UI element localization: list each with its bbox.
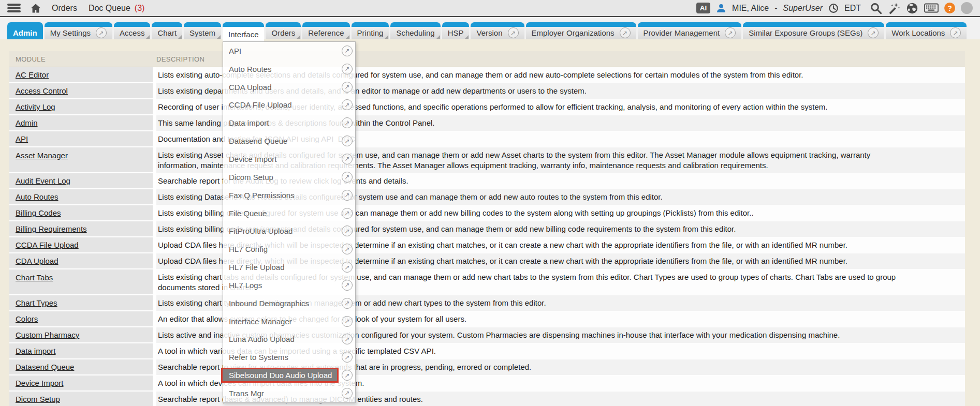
module-link[interactable]: Billing Codes	[16, 208, 61, 217]
module-link[interactable]: Admin	[16, 118, 38, 127]
open-new-window-icon[interactable]	[342, 136, 353, 146]
orders-link[interactable]: Orders	[52, 4, 77, 13]
open-new-window-icon[interactable]	[342, 46, 353, 56]
menu-item[interactable]: Trans Mgr	[223, 384, 355, 402]
menu-item[interactable]: Luna Audio Upload	[223, 330, 355, 349]
menu-item[interactable]: Data import	[223, 114, 355, 132]
menu-item[interactable]: CCDA File Upload	[223, 96, 355, 114]
module-link[interactable]: Auto Routes	[16, 192, 58, 201]
user-name[interactable]: MIE, Alice	[732, 4, 769, 13]
open-new-window-icon[interactable]	[342, 208, 353, 219]
module-link[interactable]: Dicom Setup	[16, 395, 60, 403]
ai-badge[interactable]: AI	[696, 3, 710, 13]
doc-queue-link[interactable]: Doc Queue	[89, 4, 130, 13]
nav-tab[interactable]: Employer Organizations	[526, 22, 636, 39]
menu-item[interactable]: Device Import	[223, 150, 355, 168]
nav-tab[interactable]: System	[184, 22, 221, 39]
menu-item[interactable]: Inbound Demographics	[223, 294, 355, 312]
open-new-window-icon[interactable]	[342, 154, 353, 164]
menu-item[interactable]: Refer to Systems	[223, 348, 355, 366]
module-link[interactable]: Asset Manager	[16, 147, 68, 161]
open-new-window-icon[interactable]	[342, 117, 353, 128]
open-new-window-icon[interactable]	[725, 27, 736, 38]
search-icon[interactable]	[870, 2, 882, 14]
tab-dropdown-fold-icon	[178, 35, 182, 39]
open-new-window-icon[interactable]	[342, 64, 353, 74]
module-link[interactable]: AC Editor	[16, 70, 49, 79]
module-link[interactable]: Audit Event Log	[16, 176, 70, 185]
open-new-window-icon[interactable]	[342, 225, 353, 236]
menu-item-label: Luna Audio Upload	[229, 335, 295, 343]
menu-item[interactable]: File Queue	[223, 204, 355, 222]
module-link[interactable]: Custom Pharmacy	[16, 330, 79, 339]
open-new-window-icon[interactable]	[868, 27, 879, 38]
module-link[interactable]: Activity Log	[16, 102, 55, 111]
open-new-window-icon[interactable]	[342, 82, 353, 93]
nav-tab[interactable]: Orders	[266, 22, 301, 39]
doc-queue-count-badge[interactable]: (3)	[135, 4, 145, 13]
keyboard-icon[interactable]	[924, 3, 939, 13]
open-new-window-icon[interactable]	[342, 262, 353, 273]
wand-icon[interactable]	[888, 2, 900, 14]
open-new-window-icon[interactable]	[96, 27, 107, 38]
menu-item[interactable]: HL7 Logs	[223, 276, 355, 294]
module-cell: Custom Pharmacy	[9, 327, 153, 343]
menu-item[interactable]: API	[223, 42, 355, 60]
module-link[interactable]: CCDA File Upload	[16, 240, 79, 249]
open-new-window-icon[interactable]	[620, 27, 631, 38]
module-link[interactable]: CDA Upload	[16, 257, 58, 265]
open-new-window-icon[interactable]	[342, 190, 353, 201]
nav-tab[interactable]: Access	[114, 22, 150, 39]
nav-tab[interactable]: Admin	[7, 22, 43, 39]
help-icon[interactable]: ?	[944, 3, 955, 13]
clock-icon[interactable]	[828, 3, 839, 13]
home-icon[interactable]	[30, 3, 42, 14]
nav-tab[interactable]: Interface	[223, 22, 264, 42]
module-link[interactable]: Datasend Queue	[16, 363, 74, 371]
open-new-window-icon[interactable]	[342, 298, 353, 309]
module-link[interactable]: Data import	[16, 347, 56, 355]
menu-item[interactable]: Sibelsound Duo Audio Upload	[223, 366, 355, 384]
nav-tab[interactable]: My Settings	[45, 22, 112, 39]
nav-tab[interactable]: Chart	[152, 22, 182, 39]
module-link[interactable]: API	[16, 134, 28, 143]
open-new-window-icon[interactable]	[342, 370, 353, 381]
open-new-window-icon[interactable]	[342, 334, 353, 344]
menu-item[interactable]: Auto Routes	[223, 60, 355, 78]
menu-item[interactable]: HL7 File Upload	[223, 258, 355, 276]
menu-item[interactable]: CDA Upload	[223, 78, 355, 96]
menu-item[interactable]: Fax Q Permissions	[223, 186, 355, 204]
hamburger-menu-icon[interactable]	[7, 4, 21, 12]
module-link[interactable]: Colors	[16, 314, 38, 323]
open-new-window-icon[interactable]	[342, 388, 353, 399]
module-link[interactable]: Chart Tabs	[16, 269, 53, 283]
avatar-circle[interactable]	[961, 2, 973, 14]
nav-tab[interactable]: Work Locations	[886, 22, 967, 39]
module-link[interactable]: Chart Types	[16, 298, 57, 307]
module-cell: API	[9, 131, 153, 147]
open-new-window-icon[interactable]	[342, 352, 353, 363]
open-new-window-icon[interactable]	[342, 99, 353, 110]
menu-item[interactable]: Dicom Setup	[223, 168, 355, 186]
nav-tab[interactable]: HSP	[442, 22, 470, 39]
module-link[interactable]: Access Control	[16, 86, 68, 95]
open-new-window-icon[interactable]	[508, 27, 519, 38]
open-new-window-icon[interactable]	[342, 244, 353, 254]
open-new-window-icon[interactable]	[342, 280, 353, 291]
menu-item[interactable]: FitProUltra Upload	[223, 222, 355, 240]
nav-tab[interactable]: Reference	[302, 22, 349, 39]
menu-item[interactable]: HL7 Config	[223, 240, 355, 258]
module-link[interactable]: Billing Requirements	[16, 224, 87, 233]
open-new-window-icon[interactable]	[342, 316, 353, 327]
nav-tab[interactable]: Version	[471, 22, 524, 39]
menu-item[interactable]: Interface Manager	[223, 312, 355, 330]
menu-item[interactable]: Datasend Queue	[223, 132, 355, 150]
open-new-window-icon[interactable]	[342, 172, 353, 183]
nav-tab[interactable]: Provider Management	[638, 22, 742, 39]
module-link[interactable]: Device Import	[16, 379, 64, 387]
nav-tab[interactable]: Printing	[352, 22, 389, 39]
globe-icon[interactable]	[906, 2, 918, 14]
open-new-window-icon[interactable]	[950, 27, 961, 38]
nav-tab[interactable]: Scheduling	[390, 22, 440, 39]
nav-tab[interactable]: Similar Exposure Groups (SEGs)	[743, 22, 884, 39]
